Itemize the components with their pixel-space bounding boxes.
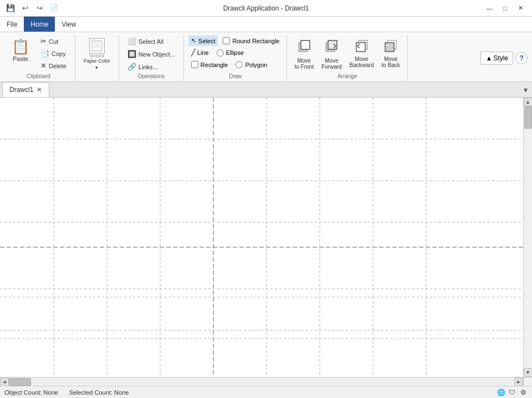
move-backward-button[interactable]: MoveBackward <box>347 35 377 71</box>
new-object-label: New Object... <box>139 51 175 58</box>
scroll-track-h[interactable] <box>9 377 514 386</box>
scrollbar-row: ◄ ► <box>0 377 532 386</box>
status-bar: Object Count: None Selected Count: None … <box>0 386 532 398</box>
copy-label: Copy <box>52 50 66 57</box>
shield-icon: 🛡 <box>508 388 516 397</box>
network-icon: 🌐 <box>497 388 505 397</box>
draw-row-2: ╱ Line Ellipse <box>188 47 283 58</box>
polygon-label: Polygon <box>245 62 267 68</box>
line-label: Line <box>197 49 209 56</box>
round-rectangle-checkbox[interactable] <box>223 37 230 44</box>
menu-view[interactable]: View <box>55 17 83 32</box>
paper-color-button[interactable]: Paper Color ▾ <box>80 35 114 73</box>
maximize-button[interactable]: □ <box>498 3 512 14</box>
round-rectangle-label: Round Rectangle <box>232 38 279 44</box>
line-icon: ╱ <box>191 49 195 57</box>
close-button[interactable]: ✕ <box>513 3 528 14</box>
quick-access-toolbar: 💾 ↩ ↪ 📄 <box>4 2 60 14</box>
document-tab[interactable]: Drawcl1 ✕ <box>2 82 49 97</box>
clipboard-small-buttons: ✂ Cut 📑 Copy ✕ Delete <box>37 35 70 73</box>
menu-file[interactable]: File <box>0 17 24 32</box>
rectangle-checkbox[interactable] <box>191 61 198 68</box>
selected-count-label: Selected Count: None <box>69 389 129 396</box>
links-button[interactable]: 🔗 Links... <box>124 61 179 73</box>
ellipse-tool[interactable]: Ellipse <box>214 48 247 58</box>
copy-button[interactable]: 📑 Copy <box>37 48 70 59</box>
chevron-up-icon: ▲ <box>485 54 492 62</box>
scroll-left-button[interactable]: ◄ <box>0 377 9 386</box>
move-to-front-label: Moveto Front <box>294 58 313 70</box>
move-forward-icon <box>324 38 339 57</box>
rectangle-label: Rectangle <box>201 62 228 68</box>
new-button[interactable]: 📄 <box>48 2 60 14</box>
horizontal-scrollbar[interactable]: ◄ ► <box>0 377 523 386</box>
minimize-button[interactable]: — <box>482 3 497 14</box>
move-forward-svg <box>324 38 339 54</box>
redo-button[interactable]: ↪ <box>33 2 45 14</box>
clipboard-group-label: Clipboard <box>7 73 70 80</box>
cut-icon: ✂ <box>40 37 47 45</box>
tab-close-button[interactable]: ✕ <box>37 86 42 94</box>
ellipse-radio[interactable] <box>217 49 224 57</box>
scroll-thumb-h[interactable] <box>9 378 31 386</box>
move-to-front-icon <box>296 38 312 57</box>
delete-label: Delete <box>49 63 66 69</box>
menu-home[interactable]: Home <box>24 17 55 32</box>
vertical-scrollbar[interactable]: ▲ ▼ <box>523 98 532 377</box>
arrange-group-label: Arrange <box>291 73 402 80</box>
ribbon-right: ▲ Style ? <box>480 34 530 81</box>
svg-rect-11 <box>385 43 394 52</box>
select-cursor-icon: ↖ <box>191 37 196 44</box>
move-forward-button[interactable]: MoveForward <box>319 35 345 73</box>
move-to-front-button[interactable]: Moveto Front <box>291 35 316 73</box>
select-tool[interactable]: ↖ Select <box>188 35 218 46</box>
polygon-radio[interactable] <box>236 61 243 68</box>
svg-rect-7 <box>328 40 337 49</box>
scroll-track-v[interactable] <box>524 106 532 368</box>
style-button[interactable]: ▲ Style <box>480 52 513 65</box>
move-to-back-button[interactable]: Moveto Back <box>379 35 403 71</box>
scroll-right-button[interactable]: ► <box>514 377 523 386</box>
scroll-corner <box>523 377 532 386</box>
links-label: Links... <box>139 64 158 70</box>
scroll-down-button[interactable]: ▼ <box>524 368 533 377</box>
app-title: Drawcli Application - Drawcl1 <box>223 4 309 12</box>
style-label: Style <box>493 54 508 62</box>
paper-icon-svg <box>91 40 103 52</box>
paper-color-label: Paper Color <box>84 58 110 64</box>
draw-group-label: Draw <box>188 73 283 80</box>
object-count-text: Object Count: <box>4 389 42 396</box>
line-tool[interactable]: ╱ Line <box>188 47 212 58</box>
drawing-canvas[interactable] <box>0 98 523 377</box>
cut-button[interactable]: ✂ Cut <box>37 35 70 47</box>
scroll-up-button[interactable]: ▲ <box>524 98 533 106</box>
paper-color-dropdown-icon: ▾ <box>95 65 98 70</box>
rectangle-tool[interactable]: Rectangle <box>188 59 231 70</box>
save-button[interactable]: 💾 <box>4 2 17 14</box>
color-bar <box>90 55 104 57</box>
tab-label: Drawcl1 <box>9 86 33 94</box>
title-bar: 💾 ↩ ↪ 📄 Drawcli Application - Drawcl1 — … <box>0 0 532 17</box>
canvas-area: ▲ ▼ ◄ ► <box>0 98 532 386</box>
svg-rect-0 <box>92 41 102 51</box>
settings-icon: ⚙ <box>519 388 528 397</box>
canvas-main: ▲ ▼ <box>0 98 532 377</box>
ribbon: 📋 Paste ✂ Cut 📑 Copy ✕ Delete Clipboard <box>0 32 532 82</box>
menu-bar: File Home View <box>0 17 532 32</box>
tab-dropdown-button[interactable]: ▾ <box>521 85 530 94</box>
cut-label: Cut <box>49 38 58 45</box>
round-rectangle-tool[interactable]: Round Rectangle <box>220 35 282 46</box>
paste-button[interactable]: 📋 Paste <box>7 35 34 73</box>
select-all-button[interactable]: ⬜ Select All <box>124 35 179 47</box>
move-to-back-icon <box>383 38 398 55</box>
select-label: Select <box>198 38 216 44</box>
delete-button[interactable]: ✕ Delete <box>37 60 70 72</box>
undo-button[interactable]: ↩ <box>19 2 31 14</box>
ribbon-group-arrange: Moveto Front MoveForward <box>287 34 407 81</box>
polygon-tool[interactable]: Polygon <box>233 59 270 70</box>
new-object-button[interactable]: 🔲 New Object... <box>124 48 179 60</box>
help-button[interactable]: ? <box>515 52 528 64</box>
scroll-thumb-v[interactable] <box>524 106 532 129</box>
arrange-content: Moveto Front MoveForward <box>291 35 402 73</box>
svg-rect-9 <box>356 43 365 52</box>
